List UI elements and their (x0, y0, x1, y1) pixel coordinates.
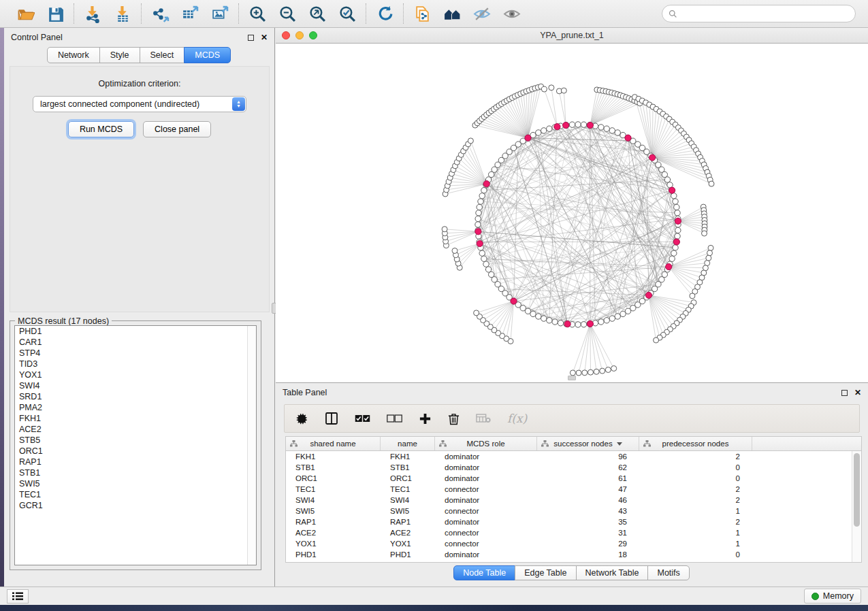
table-row[interactable]: PHD1PHD1dominator180 (286, 549, 852, 560)
search-field[interactable] (662, 5, 856, 22)
mcds-result-item[interactable]: PHD1 (15, 326, 256, 337)
mcds-result-item[interactable]: TEC1 (15, 489, 256, 500)
table-row[interactable]: SWI4SWI4dominator462 (286, 495, 852, 506)
duplicate-network-icon[interactable] (412, 3, 432, 24)
cell-MCDS-role: dominator (435, 462, 537, 473)
export-network-icon[interactable] (150, 3, 170, 24)
float-panel-icon[interactable] (248, 35, 254, 41)
table-scrollbar[interactable] (852, 451, 861, 562)
select-all-rows-icon[interactable] (355, 414, 370, 423)
table-panel-header: Table Panel ✕ (276, 383, 868, 402)
export-image-icon[interactable] (210, 3, 230, 24)
mcds-result-item[interactable]: TID3 (15, 359, 256, 369)
mcds-result-item[interactable]: GCR1 (15, 500, 256, 511)
memory-button[interactable]: Memory (804, 589, 861, 604)
mcds-result-item[interactable]: FKH1 (15, 413, 256, 424)
cell-name: STB1 (381, 462, 435, 473)
table-row[interactable]: FKH1FKH1dominator962 (286, 451, 852, 462)
delete-column-icon[interactable] (448, 412, 460, 425)
zoom-out-icon[interactable] (277, 3, 298, 24)
table-row[interactable]: SWI5SWI5connector431 (286, 506, 852, 516)
cell-predecessor-nodes: 2 (639, 495, 752, 506)
table-row[interactable]: ORC1ORC1dominator610 (286, 473, 852, 484)
save-session-icon[interactable] (45, 3, 65, 24)
tab-mcds[interactable]: MCDS (184, 47, 231, 63)
cell-name: FKH1 (381, 451, 435, 462)
zoom-fit-icon[interactable] (307, 3, 327, 24)
cell-successor-nodes: 18 (537, 549, 639, 560)
close-table-panel-icon[interactable]: ✕ (854, 390, 861, 396)
table-row[interactable]: RAP1RAP1dominator352 (286, 516, 852, 527)
column-header-successor-nodes[interactable]: successor nodes (537, 437, 639, 450)
table-row[interactable]: STB1STB1dominator620 (286, 462, 852, 473)
toolbar-groups (7, 3, 530, 24)
zoom-in-icon[interactable] (247, 3, 268, 24)
mcds-result-item[interactable]: SWI5 (15, 478, 256, 489)
column-header-shared-name[interactable]: shared name (286, 437, 381, 450)
tab-network[interactable]: Network (47, 47, 100, 63)
table-tabs: Node TableEdge TableNetwork TableMotifs (276, 565, 868, 580)
cell-MCDS-role: connector (435, 484, 537, 495)
hide-selected-icon[interactable] (472, 3, 492, 24)
table-settings-gear-icon[interactable] (295, 412, 308, 425)
tab-edge-table[interactable]: Edge Table (515, 565, 576, 580)
tab-style[interactable]: Style (99, 47, 140, 63)
show-columns-icon[interactable] (325, 412, 338, 425)
column-header-MCDS-role[interactable]: MCDS role (435, 437, 537, 450)
first-neighbors-icon[interactable] (442, 3, 462, 24)
network-graph[interactable] (276, 44, 868, 382)
mcds-result-item[interactable]: STP4 (15, 348, 256, 359)
add-column-icon[interactable] (419, 412, 432, 425)
export-table-icon[interactable] (180, 3, 200, 24)
cell-shared-name: SWI4 (286, 495, 381, 506)
import-network-file-icon[interactable] (82, 3, 103, 24)
mcds-list-scrollbar[interactable] (247, 326, 256, 565)
task-history-button[interactable] (7, 589, 29, 604)
run-mcds-button[interactable]: Run MCDS (68, 121, 134, 137)
table-row[interactable]: YOX1YOX1connector291 (286, 538, 852, 549)
optimization-criterion-label: Optimization criterion: (10, 79, 269, 88)
mcds-result-item[interactable]: STB1 (15, 467, 256, 478)
mcds-result-item[interactable]: YOX1 (15, 369, 256, 380)
mcds-result-list[interactable]: PHD1CAR1STP4TID3YOX1SWI4SRD1PMA2FKH1ACE2… (14, 325, 257, 565)
cell-shared-name: SWI5 (286, 506, 381, 516)
cell-shared-name: ACE2 (286, 527, 381, 538)
zoom-selected-icon[interactable] (337, 3, 357, 24)
node-table: shared namenameMCDS rolesuccessor nodesp… (285, 436, 862, 563)
float-table-panel-icon[interactable] (841, 390, 848, 396)
desktop-wallpaper-bottom (0, 605, 868, 611)
show-all-icon[interactable] (502, 3, 522, 24)
search-input[interactable] (681, 9, 849, 18)
mcds-result-item[interactable]: SRD1 (15, 391, 256, 402)
cell-predecessor-nodes: 0 (639, 549, 752, 560)
close-panel-icon[interactable]: ✕ (261, 35, 268, 41)
tab-network-table[interactable]: Network Table (576, 565, 649, 580)
column-header-predecessor-nodes[interactable]: predecessor nodes (639, 437, 752, 450)
mcds-result-item[interactable]: STB5 (15, 435, 256, 446)
mcds-result-item[interactable]: CAR1 (15, 337, 256, 348)
refresh-view-icon[interactable] (374, 3, 395, 24)
splitter-grip[interactable] (568, 376, 576, 380)
deselect-all-rows-icon[interactable] (387, 414, 402, 423)
mcds-result-item[interactable]: RAP1 (15, 457, 256, 467)
network-window-titlebar[interactable]: YPA_prune.txt_1 (276, 28, 868, 44)
open-session-icon[interactable] (15, 3, 35, 24)
table-row[interactable]: TEC1TEC1connector472 (286, 484, 852, 495)
tab-motifs[interactable]: Motifs (647, 565, 689, 580)
mcds-result-item[interactable]: SWI4 (15, 380, 256, 391)
cell-MCDS-role: connector (435, 538, 537, 549)
import-table-file-icon[interactable] (112, 3, 133, 24)
criterion-select[interactable]: largest connected component (undirected)… (33, 96, 246, 112)
mcds-result-item[interactable]: ORC1 (15, 446, 256, 457)
tab-select[interactable]: Select (140, 47, 185, 63)
table-toolbar: f(x) (284, 404, 860, 433)
close-panel-button[interactable]: Close panel (143, 121, 211, 137)
cell-successor-nodes: 46 (537, 495, 639, 506)
tab-node-table[interactable]: Node Table (453, 565, 515, 580)
network-canvas[interactable] (276, 44, 868, 382)
table-row[interactable]: ACE2ACE2connector311 (286, 527, 852, 538)
table-scrollbar-thumb[interactable] (854, 453, 860, 527)
mcds-result-item[interactable]: PMA2 (15, 402, 256, 413)
column-header-name[interactable]: name (381, 437, 435, 450)
mcds-result-item[interactable]: ACE2 (15, 424, 256, 435)
